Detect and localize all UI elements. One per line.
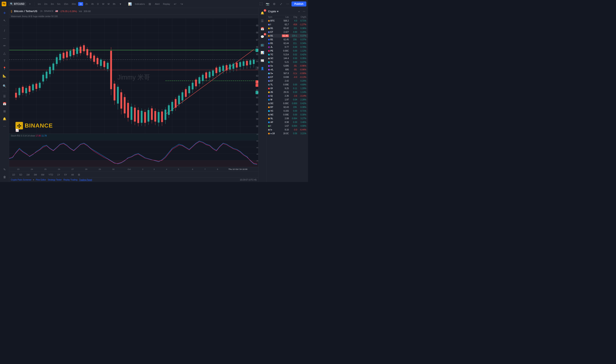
- watchlist-row[interactable]: TC5.210.000.37%: [266, 60, 308, 64]
- timeframe-all[interactable]: All: [70, 173, 75, 176]
- watchlist-row[interactable]: W1.970.042.28%: [266, 98, 308, 102]
- expand-btn[interactable]: ⤢: [278, 1, 284, 7]
- brush-tool[interactable]: ✏: [1, 42, 8, 49]
- watchlist-row[interactable]: B162,44211.0.34%: [266, 41, 308, 45]
- watchlist-row[interactable]: ET2,4274.900.20%: [266, 30, 308, 34]
- interval-3m[interactable]: 3m: [50, 2, 55, 6]
- fullscreen-btn[interactable]: ⛶: [258, 1, 264, 7]
- text-tool[interactable]: T: [1, 57, 8, 64]
- timeframe-5d[interactable]: 5D: [18, 173, 23, 176]
- redo-btn[interactable]: ↪: [179, 1, 185, 7]
- watchlist-row[interactable]: I62,7-816-1.27%: [266, 23, 308, 26]
- screener-link[interactable]: Crypto Pairs Screener: [11, 179, 31, 181]
- interval-1h[interactable]: 1h: [78, 2, 83, 6]
- shapes-tool[interactable]: △: [1, 50, 8, 57]
- strategy-tester-link[interactable]: Strategy Tester: [48, 179, 62, 181]
- measure-tool[interactable]: 📐: [1, 72, 8, 79]
- watchlist-more-btn[interactable]: ⋯: [302, 9, 306, 14]
- pine-editor-link[interactable]: Pine Editor: [36, 179, 46, 181]
- more-btn[interactable]: ⋯: [285, 1, 291, 7]
- timeframe-1d[interactable]: 1D: [11, 173, 16, 176]
- trash-tool[interactable]: 🗑: [1, 174, 8, 180]
- crosshair-tool[interactable]: ✛: [1, 10, 8, 16]
- crypto-btn[interactable]: Crypto ▾: [268, 10, 278, 13]
- snapshot-btn[interactable]: 📷: [265, 1, 271, 7]
- watchlist-row[interactable]: ET2,420.20%: [266, 79, 308, 83]
- watchlist-row[interactable]: ZE29.310.331.14%: [266, 90, 308, 94]
- watchlist-icon[interactable]: ☰: [259, 17, 266, 24]
- pins-tool[interactable]: 📍: [1, 65, 8, 72]
- timeframe-1m[interactable]: 1M: [25, 173, 31, 176]
- watchlist-row[interactable]: S●567.8-5.1r-0.90%: [266, 72, 308, 75]
- watchlist-row[interactable]: VC0.1550.000.71%: [266, 109, 308, 113]
- interval-2h[interactable]: 2h: [84, 2, 89, 6]
- watchlist-row[interactable]: TL0.00E0.004.69%: [266, 83, 308, 87]
- watchlist-row[interactable]: AF8.980.303.46%: [266, 120, 308, 124]
- pointer-tool[interactable]: ↖: [1, 17, 8, 24]
- interval-4h[interactable]: 4h: [90, 2, 95, 6]
- watchlist-tool[interactable]: ☰: [1, 93, 8, 100]
- templates-btn[interactable]: ⊞: [147, 1, 153, 7]
- chart-main[interactable]: Jimmy 米哥 69,000.00 68,000.00 67,000.00 6…: [9, 18, 258, 134]
- interval-5m[interactable]: 5m: [56, 2, 62, 6]
- interval-d[interactable]: D: [96, 2, 100, 6]
- replay-trading-link[interactable]: Replay Trading: [63, 179, 77, 181]
- publish-button[interactable]: Publish: [291, 1, 306, 6]
- indicator-templates-tool[interactable]: ⋯: [1, 123, 8, 130]
- data-icon[interactable]: 📊: [259, 49, 266, 56]
- chart-type-btn[interactable]: 📊: [127, 1, 133, 7]
- timeframe-6m[interactable]: 6M: [40, 173, 46, 176]
- watchlist-row[interactable]: PE0.00C0.001.12%: [266, 49, 308, 53]
- watchlist-row[interactable]: ●5,695-55.-0.96%: [266, 68, 308, 72]
- watchlist-row[interactable]: DC0.00C0.0000.42%: [266, 102, 308, 105]
- watchlist-row[interactable]: SC144.40.500.35%: [266, 57, 308, 60]
- add-symbol-btn[interactable]: ＋: [27, 1, 33, 7]
- timeframe-5y[interactable]: 5Y: [63, 173, 68, 176]
- watchlist-row[interactable]: B162,45229.10.37%: [266, 34, 308, 38]
- line-tool[interactable]: /: [1, 27, 8, 34]
- interval-2m[interactable]: 2m: [43, 2, 48, 6]
- watchlist-row[interactable]: ●-1818.0C0.563.21%: [266, 132, 308, 135]
- alert-list-tool[interactable]: 🔔: [1, 116, 8, 122]
- watchlist-row[interactable]: G(2.36-3.6-3.14%: [266, 94, 308, 98]
- calendar-tool[interactable]: 📅: [1, 100, 8, 107]
- watchlist-row[interactable]: SL2.080.0643.27%: [266, 117, 308, 120]
- settings-btn[interactable]: ⚙: [272, 1, 277, 7]
- interval-8h[interactable]: 8h: [111, 2, 117, 6]
- interval-30m[interactable]: 30m: [70, 2, 77, 6]
- zoom-tool[interactable]: 🔍: [1, 83, 8, 89]
- watchlist-row[interactable]: S●5,695-55.-0.96%: [266, 64, 308, 68]
- watchlist-row[interactable]: I1.670.0644.00%: [266, 124, 308, 128]
- chart-layout-tool[interactable]: ⊞: [1, 108, 8, 115]
- watchlist-row[interactable]: B162,422210.36%: [266, 26, 308, 30]
- timeframe-1y[interactable]: 1Y: [56, 173, 61, 176]
- watchlist-row[interactable]: ET0.038-0.0-0.13%: [266, 75, 308, 79]
- undo-btn[interactable]: ↩: [172, 1, 178, 7]
- replay-btn[interactable]: Replay: [162, 1, 171, 7]
- alert-btn[interactable]: Alert: [154, 1, 161, 7]
- timeframe-3m[interactable]: 3M: [32, 173, 38, 176]
- calendar-right-icon[interactable]: 📅: [259, 26, 266, 32]
- tv-icon[interactable]: 📺: [259, 41, 266, 48]
- watchlist-row[interactable]: TC5.2140.020.42%: [266, 53, 308, 57]
- watchlist-row[interactable]: B162,45230.0.37%: [266, 38, 308, 41]
- add-watchlist-btn[interactable]: ＋: [297, 9, 301, 14]
- person-icon[interactable]: 👤: [259, 65, 266, 72]
- interval-w[interactable]: W: [101, 2, 106, 6]
- indicators-btn[interactable]: Indicators: [134, 1, 146, 7]
- annotation-tool[interactable]: ✎: [1, 166, 8, 173]
- symbol-search[interactable]: 🔍 BTCUSD: [8, 2, 26, 6]
- watchlist-row[interactable]: Of9.250.111.20%: [266, 87, 308, 90]
- timeframe-custom[interactable]: ⊞: [77, 172, 81, 177]
- watchlist-row[interactable]: NC0.00E0.000.30%: [266, 113, 308, 117]
- news-icon[interactable]: 📰: [259, 57, 266, 64]
- trading-panel-link[interactable]: Trading Panel: [79, 179, 92, 181]
- watchlist-row[interactable]: BT62,43239.0.38%: [266, 105, 308, 109]
- watchlist-row[interactable]: I●9.16-0.0-6.44%: [266, 128, 308, 132]
- watchlist-row[interactable]: BTC568.24.00.71%: [266, 19, 308, 23]
- interval-1m[interactable]: 1m: [36, 2, 42, 6]
- watchlist-row[interactable]: JL0.770.000.70%: [266, 45, 308, 49]
- horizontal-line-tool[interactable]: —: [1, 35, 8, 41]
- interval-15m[interactable]: 15m: [62, 2, 69, 6]
- timeframe-ytd[interactable]: YTD: [47, 173, 54, 176]
